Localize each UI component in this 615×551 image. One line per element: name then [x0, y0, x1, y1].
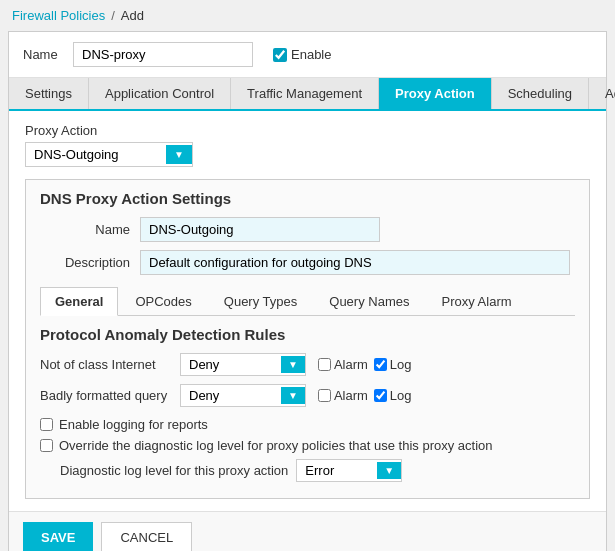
dns-settings-panel: DNS Proxy Action Settings Name Descripti… [25, 179, 590, 499]
anomaly-select-arrow-1[interactable]: ▼ [281, 356, 305, 373]
breadcrumb-separator: / [111, 8, 115, 23]
dns-desc-row: Description [40, 250, 575, 275]
enable-logging-row: Enable logging for reports [40, 417, 575, 432]
breadcrumb-current: Add [121, 8, 144, 23]
dns-name-label: Name [40, 222, 130, 237]
override-diag-label: Override the diagnostic log level for pr… [59, 438, 493, 453]
diag-level-label: Diagnostic log level for this proxy acti… [60, 463, 288, 478]
log-text-2: Log [390, 388, 412, 403]
log-checkbox-1[interactable] [374, 358, 387, 371]
alarm-label-1[interactable]: Alarm [318, 357, 368, 372]
page-container: Firewall Policies / Add Name Enable Sett… [0, 0, 615, 551]
protocol-section-title: Protocol Anomaly Detection Rules [40, 326, 575, 343]
anomaly-select-1[interactable]: Deny Allow Block [181, 354, 281, 375]
name-row: Name Enable [9, 32, 606, 78]
proxy-action-select[interactable]: DNS-Outgoing DNS-Incoming [26, 143, 166, 166]
dns-name-row: Name [40, 217, 575, 242]
inner-tabs: General OPCodes Query Types Query Names … [40, 287, 575, 316]
name-label: Name [23, 47, 63, 62]
log-label-1[interactable]: Log [374, 357, 412, 372]
anomaly-row-2: Badly formatted query Deny Allow Block ▼… [40, 384, 575, 407]
diag-level-row: Diagnostic log level for this proxy acti… [60, 459, 575, 482]
main-content: Name Enable Settings Application Control… [8, 31, 607, 551]
anomaly-label-2: Badly formatted query [40, 388, 180, 403]
anomaly-select-wrapper-1: Deny Allow Block ▼ [180, 353, 306, 376]
enable-logging-checkbox[interactable] [40, 418, 53, 431]
log-checkbox-2[interactable] [374, 389, 387, 402]
diag-select[interactable]: Error Warning Information Debug [297, 460, 377, 481]
anomaly-label-1: Not of class Internet [40, 357, 180, 372]
name-input[interactable] [73, 42, 253, 67]
inner-tab-opcodes[interactable]: OPCodes [120, 287, 206, 315]
breadcrumb: Firewall Policies / Add [0, 0, 615, 31]
dns-name-input[interactable] [140, 217, 380, 242]
checkbox-section: Enable logging for reports Override the … [40, 417, 575, 482]
dns-desc-input[interactable] [140, 250, 570, 275]
override-diag-row: Override the diagnostic log level for pr… [40, 438, 575, 453]
dns-desc-label: Description [40, 255, 130, 270]
log-label-2[interactable]: Log [374, 388, 412, 403]
enable-logging-label: Enable logging for reports [59, 417, 208, 432]
diag-select-wrapper: Error Warning Information Debug ▼ [296, 459, 402, 482]
tab-settings[interactable]: Settings [9, 78, 89, 109]
alarm-checkbox-2[interactable] [318, 389, 331, 402]
cancel-button[interactable]: CANCEL [101, 522, 192, 551]
proxy-action-label: Proxy Action [25, 123, 590, 138]
inner-tab-query-names[interactable]: Query Names [314, 287, 424, 315]
proxy-action-select-wrapper: DNS-Outgoing DNS-Incoming ▼ [25, 142, 193, 167]
diag-select-arrow[interactable]: ▼ [377, 462, 401, 479]
tab-proxy-action[interactable]: Proxy Action [379, 78, 492, 109]
anomaly-row-1: Not of class Internet Deny Allow Block ▼… [40, 353, 575, 376]
breadcrumb-link[interactable]: Firewall Policies [12, 8, 105, 23]
alarm-label-2[interactable]: Alarm [318, 388, 368, 403]
anomaly-select-arrow-2[interactable]: ▼ [281, 387, 305, 404]
tab-traffic-management[interactable]: Traffic Management [231, 78, 379, 109]
form-body: Proxy Action DNS-Outgoing DNS-Incoming ▼… [9, 111, 606, 511]
anomaly-select-2[interactable]: Deny Allow Block [181, 385, 281, 406]
dns-settings-title: DNS Proxy Action Settings [40, 190, 575, 207]
inner-tab-proxy-alarm[interactable]: Proxy Alarm [426, 287, 526, 315]
bottom-buttons: SAVE CANCEL [9, 511, 606, 551]
enable-label: Enable [291, 47, 331, 62]
alarm-text-2: Alarm [334, 388, 368, 403]
tab-scheduling[interactable]: Scheduling [492, 78, 589, 109]
alarm-checkbox-1[interactable] [318, 358, 331, 371]
override-diag-checkbox[interactable] [40, 439, 53, 452]
save-button[interactable]: SAVE [23, 522, 93, 551]
log-text-1: Log [390, 357, 412, 372]
anomaly-select-wrapper-2: Deny Allow Block ▼ [180, 384, 306, 407]
alarm-text-1: Alarm [334, 357, 368, 372]
proxy-action-dropdown-arrow[interactable]: ▼ [166, 145, 192, 164]
main-tabs: Settings Application Control Traffic Man… [9, 78, 606, 111]
alarm-log-group-2: Alarm Log [318, 388, 412, 403]
proxy-action-section: Proxy Action DNS-Outgoing DNS-Incoming ▼ [25, 123, 590, 167]
inner-tab-query-types[interactable]: Query Types [209, 287, 312, 315]
enable-checkbox[interactable] [273, 48, 287, 62]
alarm-log-group-1: Alarm Log [318, 357, 412, 372]
tab-advanced[interactable]: Advanced [589, 78, 615, 109]
tab-application-control[interactable]: Application Control [89, 78, 231, 109]
inner-tab-general[interactable]: General [40, 287, 118, 316]
enable-group: Enable [273, 47, 331, 62]
